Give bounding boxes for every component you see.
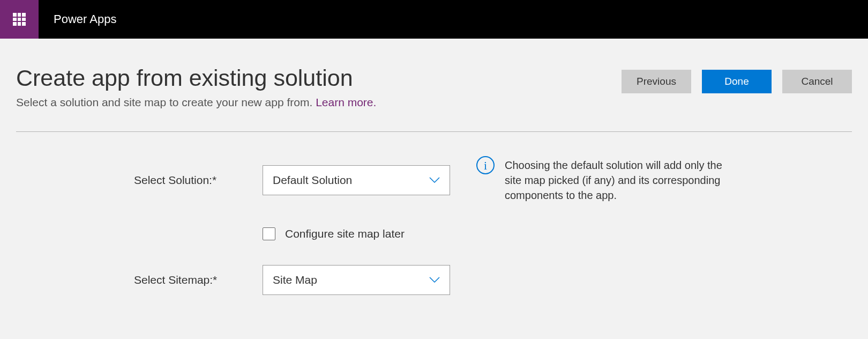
sitemap-select[interactable]: Site Map — [263, 265, 450, 295]
svg-text:i: i — [484, 159, 487, 172]
header-row: Create app from existing solution Select… — [16, 65, 852, 109]
sitemap-select-value: Site Map — [273, 274, 317, 286]
form-area: Select Solution:* Default Solution i Cho… — [16, 158, 852, 295]
solution-select[interactable]: Default Solution — [263, 165, 450, 195]
solution-row: Select Solution:* Default Solution i Cho… — [134, 158, 852, 203]
previous-button[interactable]: Previous — [622, 70, 691, 93]
learn-more-link[interactable]: Learn more. — [316, 96, 376, 108]
chevron-down-icon — [429, 277, 440, 283]
done-button[interactable]: Done — [702, 70, 772, 93]
configure-later-row: Configure site map later — [263, 227, 852, 240]
waffle-icon — [13, 13, 26, 26]
app-launcher-button[interactable] — [0, 0, 39, 39]
sitemap-row: Select Sitemap:* Site Map — [134, 265, 852, 295]
top-bar: Power Apps — [0, 0, 868, 39]
configure-later-checkbox[interactable] — [263, 227, 275, 240]
page-title: Create app from existing solution — [16, 65, 376, 91]
app-title: Power Apps — [54, 12, 116, 26]
content-area: Create app from existing solution Select… — [0, 39, 868, 295]
info-icon: i — [476, 156, 495, 175]
solution-select-value: Default Solution — [273, 174, 352, 187]
page-subtitle: Select a solution and site map to create… — [16, 96, 376, 109]
button-row: Previous Done Cancel — [622, 70, 852, 93]
configure-later-label: Configure site map later — [285, 227, 405, 240]
solution-label: Select Solution:* — [134, 174, 263, 187]
divider — [16, 131, 852, 132]
chevron-down-icon — [429, 177, 440, 183]
cancel-button[interactable]: Cancel — [782, 70, 852, 93]
info-block: i Choosing the default solution will add… — [476, 158, 722, 203]
subtitle-text: Select a solution and site map to create… — [16, 96, 316, 108]
info-text: Choosing the default solution will add o… — [505, 158, 722, 203]
sitemap-label: Select Sitemap:* — [134, 274, 263, 286]
title-block: Create app from existing solution Select… — [16, 65, 376, 109]
